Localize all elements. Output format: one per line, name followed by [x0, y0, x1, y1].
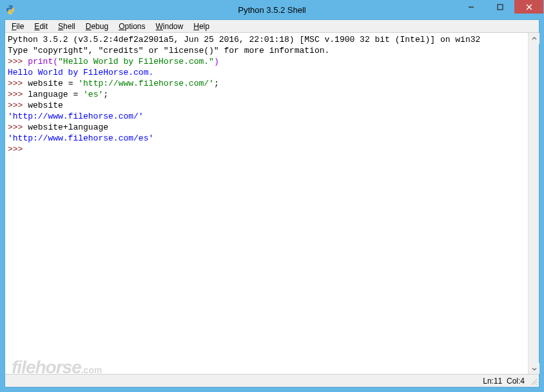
col-value: 4	[520, 377, 525, 386]
svg-rect-3	[498, 5, 503, 10]
chevron-down-icon	[532, 366, 537, 371]
titlebar[interactable]: Python 3.5.2 Shell	[0, 0, 544, 19]
svg-line-6	[531, 379, 537, 385]
banner-line-2: Type "copyright", "credits" or "license(…	[8, 46, 329, 55]
prompt: >>>	[8, 101, 28, 110]
line-value: 11	[494, 377, 502, 386]
svg-point-0	[8, 6, 9, 6]
string-arg: "Hello World by FileHorse.com."	[58, 57, 214, 66]
scroll-up-button[interactable]	[529, 33, 539, 44]
vertical-scrollbar[interactable]	[528, 33, 539, 374]
code-tail: ;	[214, 79, 219, 88]
menu-edit-rest: dit	[39, 22, 48, 31]
banner-line-1: Python 3.5.2 (v3.5.2:4def2a2901a5, Jun 2…	[8, 35, 480, 44]
window-controls	[456, 0, 543, 14]
menu-window-rest: indow	[163, 22, 183, 31]
window-frame: Python 3.5.2 Shell File Edit Shell Debug…	[0, 0, 544, 392]
content-wrap: Python 3.5.2 (v3.5.2:4def2a2901a5, Jun 2…	[5, 33, 539, 374]
prompt: >>>	[8, 90, 28, 99]
menu-options-rest: ptions	[124, 22, 145, 31]
menu-window[interactable]: Window	[151, 21, 189, 32]
paren-close: )	[214, 57, 219, 66]
call-print: print	[28, 57, 53, 66]
menu-help-rest: elp	[199, 22, 209, 31]
statusbar: Ln: 11 Col: 4	[5, 374, 539, 387]
svg-point-1	[11, 13, 12, 14]
menu-options[interactable]: Options	[113, 21, 150, 32]
resize-grip-icon[interactable]	[530, 378, 538, 386]
minimize-icon	[468, 4, 474, 10]
maximize-icon	[497, 4, 503, 10]
maximize-button[interactable]	[485, 0, 514, 14]
stdout-line: Hello World by FileHorse.com.	[8, 68, 153, 77]
string-literal: 'http://www.filehorse.com/'	[78, 79, 214, 88]
code-text: website =	[28, 79, 78, 88]
svg-line-8	[536, 384, 537, 385]
close-icon	[526, 4, 532, 10]
status-spacer	[502, 377, 507, 386]
repr-output: 'http://www.filehorse.com/'	[8, 112, 144, 121]
menu-debug-rest: ebug	[91, 22, 108, 31]
minimize-button[interactable]	[456, 0, 485, 14]
code-text: website	[28, 101, 63, 110]
prompt: >>>	[8, 57, 28, 66]
close-button[interactable]	[514, 0, 543, 14]
code-text: website+language	[28, 122, 108, 132]
prompt: >>>	[8, 144, 28, 154]
paren-open: (	[53, 57, 58, 66]
menu-shell[interactable]: Shell	[53, 21, 81, 32]
menu-file-rest: ile	[16, 22, 24, 31]
col-label: Col:	[507, 377, 520, 386]
prompt: >>>	[8, 122, 28, 132]
menu-debug[interactable]: Debug	[81, 21, 113, 32]
code-tail: ;	[103, 90, 108, 99]
menu-edit[interactable]: Edit	[29, 21, 53, 32]
code-text: language =	[28, 90, 83, 99]
scroll-down-button[interactable]	[529, 363, 539, 374]
line-label: Ln:	[483, 377, 494, 386]
menu-shell-rest: hell	[63, 22, 75, 31]
client-area: File Edit Shell Debug Options Window Hel…	[5, 19, 539, 387]
chevron-up-icon	[532, 36, 537, 41]
shell-editor[interactable]: Python 3.5.2 (v3.5.2:4def2a2901a5, Jun 2…	[5, 33, 528, 374]
menu-file[interactable]: File	[6, 21, 29, 32]
menu-help[interactable]: Help	[188, 21, 215, 32]
python-icon	[5, 5, 15, 15]
string-literal: 'es'	[83, 90, 103, 99]
menubar: File Edit Shell Debug Options Window Hel…	[5, 20, 539, 33]
repr-output: 'http://www.filehorse.com/es'	[8, 133, 153, 143]
prompt: >>>	[8, 79, 28, 88]
